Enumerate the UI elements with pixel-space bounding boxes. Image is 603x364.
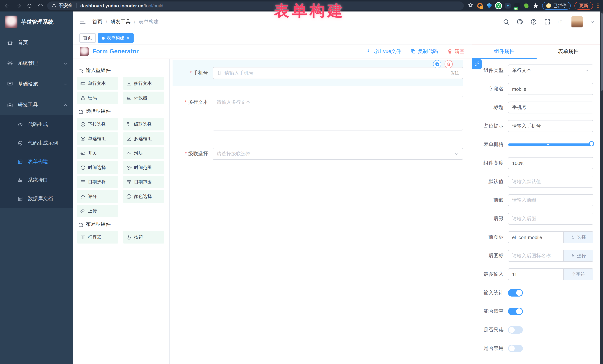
- palette-item-行容器[interactable]: 行容器: [77, 231, 118, 243]
- canvas-field-手机号[interactable]: *手机号请输入手机号0/11: [173, 60, 463, 86]
- github-icon[interactable]: [517, 19, 523, 25]
- palette-item-多选框组[interactable]: 多选框组: [123, 132, 164, 145]
- 前缀-input[interactable]: 请输入前缀: [508, 194, 593, 206]
- tab-表单构建[interactable]: 表单构建: [98, 33, 134, 43]
- search-icon[interactable]: [503, 19, 510, 25]
- palette-item-单行文本[interactable]: 单行文本: [77, 77, 118, 90]
- palette-item-滑块[interactable]: 滑块: [123, 147, 164, 159]
- 复制代码-button[interactable]: 复制代码: [410, 48, 438, 55]
- 字段名-input[interactable]: mobile: [508, 83, 593, 95]
- paused-badge[interactable]: 已暂停: [542, 2, 571, 10]
- 能否清空-toggle[interactable]: [508, 308, 523, 315]
- panel-link-handle[interactable]: [472, 59, 482, 69]
- palette-item-开关[interactable]: 开关: [77, 147, 118, 159]
- 后图标-input[interactable]: 请输入后图标名称选择: [508, 250, 593, 262]
- select-icon-button[interactable]: 选择: [563, 250, 593, 261]
- font-size-icon[interactable]: tT: [558, 19, 564, 25]
- breadcrumb-item[interactable]: 首页: [93, 19, 103, 25]
- palette-item-多行文本[interactable]: 多行文本: [123, 77, 164, 90]
- 最多输入-input[interactable]: 11个字符: [508, 268, 593, 280]
- extension-green-v[interactable]: V: [496, 3, 501, 9]
- cascader-input[interactable]: 请选择级联选择: [213, 148, 463, 160]
- bookmark-star-icon[interactable]: [468, 2, 474, 10]
- palette-item-日期范围[interactable]: 日期范围: [123, 176, 164, 188]
- close-icon[interactable]: [126, 36, 130, 40]
- avatar[interactable]: [571, 16, 583, 27]
- sidebar-item-系统管理[interactable]: 系统管理: [0, 53, 73, 74]
- 标题-input[interactable]: 手机号: [508, 101, 593, 113]
- sidebar-item-代码生成示例[interactable]: 代码生成示例: [0, 134, 73, 152]
- sidebar-item-代码生成[interactable]: 代码生成: [0, 115, 73, 134]
- tab-表单属性[interactable]: 表单属性: [536, 44, 600, 59]
- extension-orange-ring[interactable]: [477, 3, 483, 9]
- palette-item-按钮[interactable]: 按钮: [123, 231, 164, 243]
- date-range-icon: [126, 179, 132, 185]
- home-icon[interactable]: [37, 3, 43, 9]
- 组件宽度-input[interactable]: 100%: [508, 157, 593, 169]
- select-icon-button[interactable]: 选择: [563, 232, 593, 243]
- 默认值-input[interactable]: 请输入默认值: [508, 176, 593, 188]
- 输入统计-toggle[interactable]: [508, 289, 523, 297]
- palette-item-时间选择[interactable]: 时间选择: [77, 161, 118, 174]
- palette-item-下拉选择[interactable]: 下拉选择: [77, 118, 118, 131]
- palette-item-颜色选择[interactable]: 颜色选择: [123, 190, 164, 203]
- reload-icon[interactable]: [27, 3, 32, 9]
- palette-item-密码[interactable]: 密码: [77, 92, 118, 104]
- 占位提示-input[interactable]: 请输入手机号: [508, 120, 593, 132]
- 是否只读-toggle[interactable]: [508, 326, 523, 334]
- 前图标-input[interactable]: el-icon-mobile选择: [508, 231, 593, 243]
- breadcrumb-item[interactable]: 研发工具: [111, 19, 131, 25]
- canvas-field-级联选择[interactable]: *级联选择请选择级联选择: [173, 148, 463, 160]
- extension-white-pin[interactable]: [533, 3, 538, 9]
- browser-window: 不安全 dashboard.yudao.iocoder.cn/tool/buil…: [0, 0, 603, 364]
- page-scrollbar[interactable]: [600, 11, 603, 364]
- extension-green-leaf[interactable]: [524, 3, 529, 9]
- textarea-input[interactable]: 请输入多行文本: [213, 96, 463, 131]
- tab-组件属性[interactable]: 组件属性: [472, 44, 536, 59]
- back-icon[interactable]: [4, 3, 10, 9]
- fullscreen-icon[interactable]: [544, 19, 551, 25]
- input-field-icon: [80, 81, 86, 86]
- delete-field-button[interactable]: [445, 60, 453, 68]
- copy-icon: [410, 49, 416, 54]
- sidebar-item-基础设施[interactable]: 基础设施: [0, 74, 73, 95]
- db-icon: [17, 196, 23, 201]
- 表单栅格-slider[interactable]: [508, 139, 593, 151]
- url-bar[interactable]: 不安全 dashboard.yudao.iocoder.cn/tool/buil…: [47, 1, 464, 10]
- palette-item-日期选择[interactable]: 日期选择: [77, 176, 118, 188]
- security-label[interactable]: 不安全: [59, 3, 72, 9]
- help-icon[interactable]: [530, 19, 537, 25]
- 后缀-input[interactable]: 请输入后缀: [508, 213, 593, 225]
- slider-handle[interactable]: [589, 141, 594, 146]
- extension-dark-blue[interactable]: [505, 3, 510, 9]
- mobile-input[interactable]: 请输入手机号0/11: [213, 67, 463, 79]
- palette-item-上传[interactable]: 上传: [77, 205, 118, 217]
- copy-field-button[interactable]: [433, 60, 441, 68]
- sidebar-item-表单构建[interactable]: 表单构建: [0, 152, 73, 171]
- browser-menu-icon[interactable]: [597, 3, 599, 8]
- sidebar-item-系统接口[interactable]: 系统接口: [0, 171, 73, 189]
- breadcrumb-item[interactable]: 表单构建: [139, 19, 159, 25]
- required-asterisk: *: [185, 151, 187, 156]
- 导出vue文件-button[interactable]: 导出vue文件: [366, 48, 401, 55]
- canvas-field-多行文本[interactable]: *多行文本请输入多行文本: [173, 96, 463, 131]
- 组件类型-select[interactable]: 单行文本: [508, 65, 593, 76]
- update-button[interactable]: 更新: [574, 2, 593, 10]
- forward-icon[interactable]: [16, 3, 22, 9]
- app-logo[interactable]: 芋道管理系统: [0, 11, 73, 32]
- palette-item-评分[interactable]: 评分: [77, 190, 118, 203]
- 清空-button[interactable]: 清空: [447, 48, 464, 55]
- palette-item-级联选择[interactable]: 级联选择: [123, 118, 164, 131]
- palette-item-计数器[interactable]: 123计数器: [123, 92, 164, 104]
- palette-item-单选框组[interactable]: 单选框组: [77, 132, 118, 145]
- sidebar-item-数据库文档[interactable]: 数据库文档: [0, 189, 73, 208]
- tab-首页[interactable]: 首页: [79, 33, 96, 43]
- sidebar-item-研发工具[interactable]: 研发工具: [0, 95, 73, 115]
- sidebar-item-首页[interactable]: 首页: [0, 32, 73, 53]
- palette-item-时间范围[interactable]: 时间范围: [123, 161, 164, 174]
- hamburger-icon[interactable]: [79, 18, 86, 26]
- 是否禁用-toggle[interactable]: [508, 345, 523, 352]
- extension-blue-gem[interactable]: [487, 3, 492, 9]
- chevron-down-icon[interactable]: [590, 19, 595, 24]
- extension-on-badge[interactable]: [514, 3, 520, 9]
